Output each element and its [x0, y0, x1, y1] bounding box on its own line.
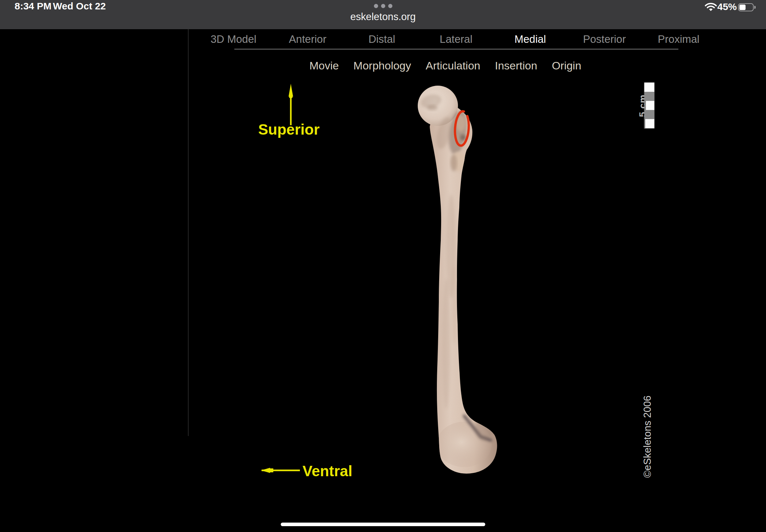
ventral-arrow-icon	[260, 466, 302, 475]
home-indicator[interactable]	[281, 523, 485, 526]
address-bar[interactable]: eskeletons.org	[0, 11, 766, 23]
link-insertion[interactable]: Insertion	[495, 58, 537, 73]
view-tabs-divider	[234, 49, 678, 50]
battery-icon	[738, 3, 758, 12]
content-left-border	[188, 29, 188, 436]
battery-percent: 45%	[717, 1, 737, 12]
status-bar: 8:34 PM Wed Oct 22 eskeletons.org 45%	[0, 0, 766, 29]
copyright-text: ©eSkeletons 2006	[642, 377, 653, 478]
link-origin[interactable]: Origin	[552, 58, 581, 73]
tab-medial[interactable]: Medial	[493, 29, 567, 49]
superior-label: Superior	[256, 121, 321, 138]
tab-anterior[interactable]: Anterior	[271, 29, 345, 49]
tab-3d-model[interactable]: 3D Model	[196, 29, 271, 49]
wifi-icon	[704, 3, 717, 12]
tab-posterior[interactable]: Posterior	[567, 29, 642, 49]
view-tabs: 3D Model Anterior Distal Lateral Medial …	[196, 29, 716, 49]
tab-proximal[interactable]: Proximal	[641, 29, 716, 49]
tab-distal[interactable]: Distal	[345, 29, 419, 49]
tab-overflow-icon[interactable]	[373, 4, 393, 8]
date: Wed Oct 22	[53, 1, 106, 12]
scale-bar: 5 cm	[632, 82, 671, 130]
clock: 8:34 PM	[15, 1, 51, 12]
link-morphology[interactable]: Morphology	[353, 58, 411, 73]
section-tabs: Movie Morphology Articulation Insertion …	[188, 58, 702, 73]
scale-bar-graphic	[644, 82, 654, 128]
ventral-label: Ventral	[302, 462, 387, 480]
link-articulation[interactable]: Articulation	[426, 58, 480, 73]
tab-lateral[interactable]: Lateral	[419, 29, 493, 49]
link-movie[interactable]: Movie	[309, 58, 339, 73]
screen: 8:34 PM Wed Oct 22 eskeletons.org 45% 3D…	[0, 0, 766, 532]
femur-medial-view-image	[403, 78, 513, 487]
superior-arrow-icon	[286, 84, 296, 127]
